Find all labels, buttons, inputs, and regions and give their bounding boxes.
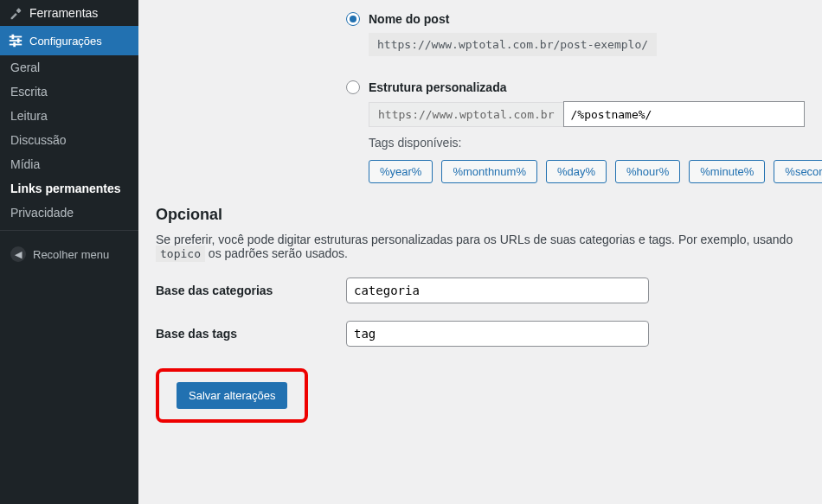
sidebar-sub-privacy[interactable]: Privacidade	[0, 201, 138, 225]
category-base-input[interactable]	[346, 278, 649, 303]
custom-structure-row: https://www.wptotal.com.br	[369, 101, 805, 127]
tag-monthnum-button[interactable]: %monthnum%	[441, 160, 537, 183]
svg-rect-3	[12, 35, 15, 39]
sidebar-sub-media[interactable]: Mídia	[0, 152, 138, 176]
tag-minute-button[interactable]: %minute%	[689, 160, 765, 183]
optional-desc-after: os padrões serão usados.	[209, 246, 348, 260]
optional-desc-code: topico	[156, 246, 205, 262]
permalink-option-postname: Nome do post https://www.wptotal.com.br/…	[346, 12, 805, 70]
radio-label-postname: Nome do post	[369, 12, 449, 26]
tag-day-button[interactable]: %day%	[546, 160, 607, 183]
tag-base-input[interactable]	[346, 321, 649, 347]
admin-sidebar: Ferramentas Configurações Geral Escrita …	[0, 0, 138, 504]
tag-year-button[interactable]: %year%	[369, 160, 433, 183]
sidebar-sub-general[interactable]: Geral	[0, 55, 138, 80]
available-tags-label: Tags disponíveis:	[369, 136, 805, 150]
category-base-row: Base das categorias	[156, 278, 805, 303]
custom-structure-input[interactable]	[563, 101, 806, 127]
svg-rect-1	[10, 40, 22, 41]
sidebar-sub-reading[interactable]: Leitura	[0, 104, 138, 128]
tag-base-row: Base das tags	[156, 321, 805, 347]
radio-input-custom[interactable]	[346, 80, 360, 94]
sidebar-tools-label: Ferramentas	[29, 6, 98, 20]
collapse-label: Recolher menu	[33, 248, 109, 261]
svg-rect-4	[17, 38, 20, 42]
sidebar-sub-permalinks[interactable]: Links permanentes	[0, 176, 138, 201]
sidebar-item-settings[interactable]: Configurações	[0, 26, 138, 55]
sidebar-sub-writing[interactable]: Escrita	[0, 80, 138, 104]
permalink-option-custom: Estrutura personalizada https://www.wpto…	[346, 80, 805, 183]
sidebar-settings-label: Configurações	[29, 35, 102, 48]
optional-description: Se preferir, você pode digitar estrutura…	[156, 233, 805, 260]
available-tags-row: %year% %monthnum% %day% %hour% %minute% …	[369, 160, 805, 183]
optional-desc-before: Se preferir, você pode digitar estrutura…	[156, 233, 793, 246]
wrench-icon	[7, 5, 24, 21]
sidebar-item-tools[interactable]: Ferramentas	[0, 0, 138, 26]
tag-second-button[interactable]: %second%	[774, 160, 822, 183]
radio-input-postname[interactable]	[346, 12, 360, 26]
sidebar-sub-discussion[interactable]: Discussão	[0, 128, 138, 152]
save-highlight-box: Salvar alterações	[156, 368, 308, 423]
postname-url-example: https://www.wptotal.com.br/post-exemplo/	[369, 33, 657, 56]
collapse-icon: ◀	[10, 246, 26, 262]
save-button[interactable]: Salvar alterações	[177, 382, 287, 409]
tag-hour-button[interactable]: %hour%	[615, 160, 680, 183]
collapse-menu[interactable]: ◀ Recolher menu	[0, 239, 138, 269]
optional-heading: Opcional	[156, 206, 805, 224]
sidebar-separator	[0, 230, 138, 234]
custom-url-prefix: https://www.wptotal.com.br	[369, 102, 563, 127]
radio-custom[interactable]: Estrutura personalizada	[346, 80, 805, 94]
radio-postname[interactable]: Nome do post	[346, 12, 805, 26]
svg-rect-5	[13, 42, 16, 47]
svg-rect-0	[10, 36, 22, 38]
sliders-icon	[7, 33, 24, 48]
category-base-label: Base das categorias	[156, 284, 346, 297]
radio-label-custom: Estrutura personalizada	[369, 80, 507, 94]
main-content: Nome do post https://www.wptotal.com.br/…	[138, 0, 822, 504]
tag-base-label: Base das tags	[156, 327, 346, 341]
